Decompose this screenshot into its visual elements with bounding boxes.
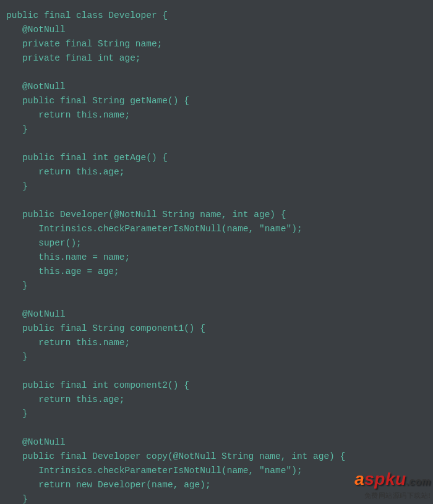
code-line: return this.name; xyxy=(6,336,427,350)
code-line: return this.age; xyxy=(6,393,427,407)
code-block: public final class Developer { @NotNull … xyxy=(6,9,427,504)
code-line: public final String getName() { xyxy=(6,94,427,108)
code-line xyxy=(6,137,427,151)
code-line: } xyxy=(6,279,427,293)
code-line xyxy=(6,421,427,435)
watermark-spku: spku xyxy=(364,469,406,489)
code-line: } xyxy=(6,179,427,194)
watermark-tagline: 免费网站源码下载站! xyxy=(354,489,431,503)
code-line: @NotNull xyxy=(6,307,427,322)
code-line: } xyxy=(6,350,427,364)
code-line xyxy=(6,194,427,208)
code-line xyxy=(6,293,427,307)
code-line: public final int component2() { xyxy=(6,378,427,393)
code-line: @NotNull xyxy=(6,23,427,37)
code-line: @NotNull xyxy=(6,435,427,450)
code-line: this.name = name; xyxy=(6,250,427,265)
code-line: private final String name; xyxy=(6,37,427,51)
watermark: aspku.com 免费网站源码下载站! xyxy=(354,472,431,503)
code-line: public final int getAge() { xyxy=(6,151,427,165)
code-line: this.age = age; xyxy=(6,265,427,279)
code-line: public Developer(@NotNull String name, i… xyxy=(6,208,427,222)
code-line: Intrinsics.checkParameterIsNotNull(name,… xyxy=(6,222,427,236)
code-line: return this.name; xyxy=(6,108,427,122)
code-line: } xyxy=(6,407,427,421)
code-line: @NotNull xyxy=(6,80,427,94)
code-line: } xyxy=(6,122,427,137)
code-line: private final int age; xyxy=(6,51,427,66)
code-line: public final String component1() { xyxy=(6,322,427,336)
watermark-letter-a: a xyxy=(354,469,364,489)
watermark-com: .com xyxy=(406,476,431,487)
code-line xyxy=(6,364,427,378)
code-line: public final class Developer { xyxy=(6,9,427,23)
code-line: public final Developer copy(@NotNull Str… xyxy=(6,450,427,464)
code-line: return this.age; xyxy=(6,165,427,179)
code-line xyxy=(6,66,427,80)
watermark-logo: aspku.com xyxy=(354,472,431,489)
code-line: super(); xyxy=(6,236,427,250)
